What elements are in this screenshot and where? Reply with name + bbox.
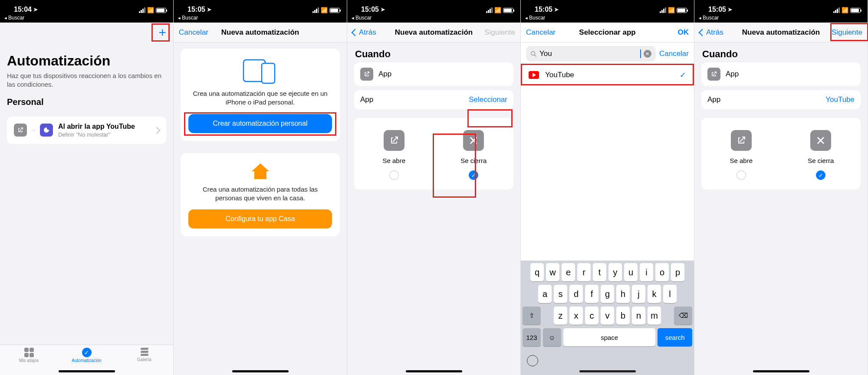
key-t[interactable]: t xyxy=(593,263,606,281)
app-select-row[interactable]: App Seleccionar xyxy=(354,90,513,109)
section-header-when: Cuando xyxy=(702,49,860,60)
home-indicator xyxy=(406,370,462,372)
svg-rect-1 xyxy=(262,63,275,83)
key-e[interactable]: e xyxy=(562,263,575,281)
house-icon xyxy=(251,163,270,180)
search-input-wrapper[interactable]: ✕ xyxy=(526,46,656,62)
search-key[interactable]: search xyxy=(658,328,692,346)
option-opens[interactable]: Se abre xyxy=(364,130,424,180)
option-closes[interactable]: Se cierra ✓ xyxy=(443,130,504,180)
option-closes[interactable]: Se cierra ✓ xyxy=(790,130,851,180)
status-bar: 15:05➤ 📶 xyxy=(521,0,694,14)
search-input[interactable] xyxy=(539,49,638,58)
key-x[interactable]: x xyxy=(569,307,583,325)
key-r[interactable]: r xyxy=(577,263,591,281)
arrow-icon: → xyxy=(30,127,36,134)
radio-closes[interactable]: ✓ xyxy=(816,170,825,180)
key-b[interactable]: b xyxy=(616,307,630,325)
key-m[interactable]: m xyxy=(648,307,661,325)
radio-closes[interactable]: ✓ xyxy=(469,170,478,180)
breadcrumb-back[interactable]: Buscar xyxy=(521,14,694,23)
radio-opens[interactable] xyxy=(736,170,746,180)
key-f[interactable]: f xyxy=(585,285,598,303)
option-closes-label: Se cierra xyxy=(790,157,851,164)
home-indicator xyxy=(753,370,809,372)
wifi-icon: 📶 xyxy=(147,7,154,13)
search-bar: ✕ Cancelar xyxy=(521,42,694,65)
svg-line-3 xyxy=(534,55,536,56)
clear-search-icon[interactable]: ✕ xyxy=(644,50,651,58)
key-k[interactable]: k xyxy=(648,285,661,303)
devices-icon xyxy=(241,58,280,84)
ok-button[interactable]: OK xyxy=(678,28,689,37)
next-button-disabled: Siguiente xyxy=(484,28,515,37)
key-d[interactable]: d xyxy=(569,285,583,303)
key-a[interactable]: a xyxy=(538,285,552,303)
automation-item-subtitle: Definir "No molestar" xyxy=(58,131,135,138)
screen-4-select-app: 15:05➤ 📶 Buscar Cancelar Seleccionar app… xyxy=(521,0,694,375)
space-key[interactable]: space xyxy=(563,328,655,346)
key-z[interactable]: z xyxy=(554,307,567,325)
globe-icon[interactable] xyxy=(527,355,538,366)
key-w[interactable]: w xyxy=(546,263,559,281)
automation-item[interactable]: → Al abrir la app YouTube Definir "No mo… xyxy=(7,117,166,144)
automation-item-title: Al abrir la app YouTube xyxy=(58,123,135,130)
create-personal-automation-button[interactable]: Crear automatización personal xyxy=(188,114,332,133)
add-automation-button[interactable]: + xyxy=(158,25,166,40)
key-h[interactable]: h xyxy=(616,285,630,303)
youtube-icon xyxy=(529,71,539,79)
breadcrumb-back[interactable]: Buscar xyxy=(174,14,347,23)
next-button[interactable]: Siguiente xyxy=(832,28,862,37)
back-button[interactable]: Atrás xyxy=(352,28,376,37)
status-bar: 15:05➤ 📶 xyxy=(174,0,347,14)
key-i[interactable]: i xyxy=(640,263,653,281)
key-n[interactable]: n xyxy=(632,307,645,325)
option-opens-label: Se abre xyxy=(364,157,424,164)
home-automation-text: Crea una automatización para todas las p… xyxy=(188,185,332,203)
option-opens[interactable]: Se abre xyxy=(711,130,772,180)
app-result-youtube[interactable]: YouTube ✓ xyxy=(521,65,694,85)
numeric-key[interactable]: 123 xyxy=(523,328,541,346)
opens-icon xyxy=(384,130,404,151)
trigger-app-label: App xyxy=(726,70,739,78)
app-selected-row[interactable]: App YouTube xyxy=(701,90,861,109)
key-s[interactable]: s xyxy=(554,285,567,303)
select-app-link[interactable]: Seleccionar xyxy=(469,95,507,104)
shift-key[interactable]: ⇧ xyxy=(523,307,541,325)
radio-opens[interactable] xyxy=(389,170,399,180)
breadcrumb-back[interactable]: Buscar xyxy=(0,14,173,23)
search-cancel-button[interactable]: Cancelar xyxy=(659,49,689,58)
key-u[interactable]: u xyxy=(624,263,638,281)
shortcuts-icon xyxy=(24,348,34,357)
cancel-button[interactable]: Cancelar xyxy=(179,28,208,37)
configure-home-button[interactable]: Configura tu app Casa xyxy=(188,209,332,228)
page-title: Automatización xyxy=(7,53,166,69)
tab-gallery[interactable]: Galería xyxy=(115,348,173,375)
key-l[interactable]: l xyxy=(663,285,677,303)
breadcrumb-back[interactable]: Buscar xyxy=(347,14,520,23)
key-g[interactable]: g xyxy=(601,285,614,303)
text-cursor xyxy=(640,49,641,58)
trigger-app-label: App xyxy=(378,70,391,78)
battery-icon xyxy=(156,8,166,13)
breadcrumb-back[interactable]: Buscar xyxy=(694,14,868,23)
open-app-icon xyxy=(14,124,27,137)
key-p[interactable]: p xyxy=(671,263,684,281)
back-button[interactable]: Atrás xyxy=(700,28,723,37)
backspace-key[interactable]: ⌫ xyxy=(674,307,692,325)
key-o[interactable]: o xyxy=(655,263,669,281)
tab-shortcuts[interactable]: Mis atajos xyxy=(0,348,58,375)
opens-icon xyxy=(731,130,752,151)
personal-automation-card: Crea una automatización que se ejecute e… xyxy=(181,49,340,141)
key-j[interactable]: j xyxy=(632,285,645,303)
emoji-key[interactable]: ☺ xyxy=(543,328,561,346)
cancel-button[interactable]: Cancelar xyxy=(526,28,556,37)
home-indicator xyxy=(59,370,115,372)
screen-5-when-configured: 15:05➤ 📶 Buscar Atrás Nueva automatizaci… xyxy=(694,0,868,375)
key-y[interactable]: y xyxy=(608,263,622,281)
home-indicator xyxy=(232,370,289,372)
key-c[interactable]: c xyxy=(585,307,598,325)
key-q[interactable]: q xyxy=(530,263,544,281)
key-v[interactable]: v xyxy=(601,307,614,325)
app-result-label: YouTube xyxy=(545,71,574,79)
